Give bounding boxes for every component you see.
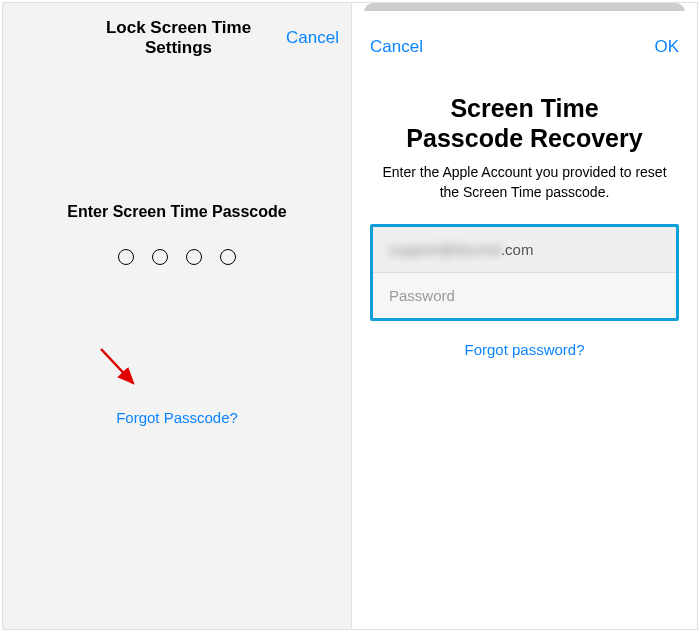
left-header: Lock Screen Time Settings Cancel [3, 3, 351, 53]
modal-header: Cancel OK [370, 11, 679, 61]
passcode-entry-screen: Lock Screen Time Settings Cancel Enter S… [3, 3, 352, 629]
email-suffix: .com [501, 241, 534, 258]
recovery-screen: Cancel OK Screen Time Passcode Recovery … [352, 3, 697, 629]
title-line-2: Passcode Recovery [406, 124, 642, 152]
passcode-dot [118, 249, 134, 265]
passcode-dot [186, 249, 202, 265]
recovery-modal: Cancel OK Screen Time Passcode Recovery … [352, 11, 697, 629]
title-line-1: Screen Time [450, 94, 598, 122]
passcode-dots[interactable] [3, 249, 351, 265]
recovery-subtitle: Enter the Apple Account you provided to … [370, 163, 679, 202]
forgot-passcode-link[interactable]: Forgot Passcode? [3, 409, 351, 426]
email-field[interactable]: support@blurred.com [373, 227, 676, 273]
ok-button[interactable]: OK [654, 37, 679, 57]
svg-line-0 [101, 349, 133, 383]
password-field[interactable]: Password [373, 273, 676, 318]
cancel-button[interactable]: Cancel [286, 28, 339, 48]
cancel-button[interactable]: Cancel [370, 37, 423, 57]
screen-title: Lock Screen Time Settings [71, 18, 286, 58]
passcode-dot [220, 249, 236, 265]
credentials-form: support@blurred.com Password [370, 224, 679, 321]
forgot-password-link[interactable]: Forgot password? [370, 341, 679, 358]
screenshot-container: Lock Screen Time Settings Cancel Enter S… [2, 2, 698, 630]
passcode-dot [152, 249, 168, 265]
email-obscured-text: support@blurred [389, 241, 501, 258]
annotation-arrow-icon [95, 343, 145, 393]
enter-passcode-label: Enter Screen Time Passcode [3, 203, 351, 221]
recovery-title: Screen Time Passcode Recovery [370, 93, 679, 153]
